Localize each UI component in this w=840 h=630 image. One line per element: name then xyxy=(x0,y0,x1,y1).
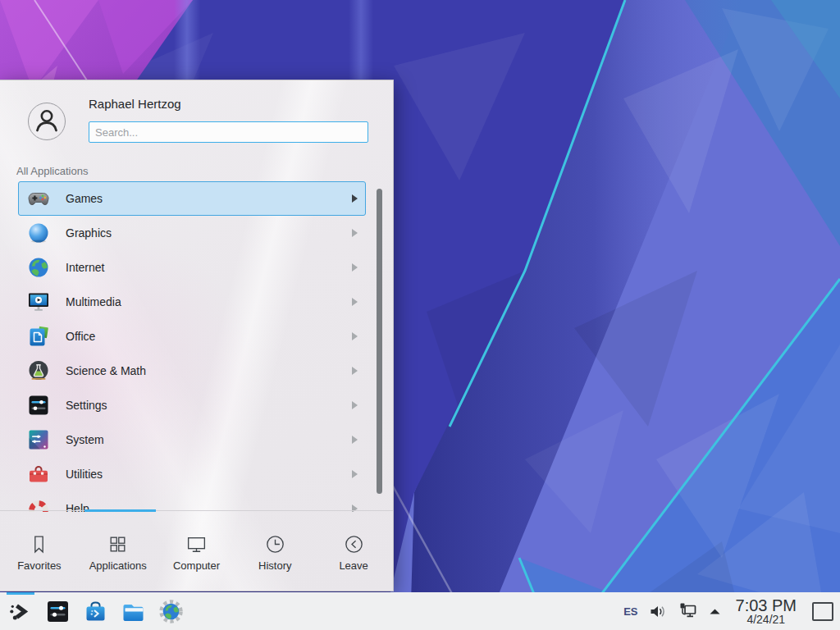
tab-label: Favorites xyxy=(17,559,61,572)
submenu-arrow-icon xyxy=(350,194,358,203)
taskbar-launchers xyxy=(0,599,184,624)
category-row-science-math[interactable]: Science & Math xyxy=(18,354,366,388)
category-row-office[interactable]: Office xyxy=(18,319,366,354)
search-input[interactable] xyxy=(89,121,368,143)
utilities-toolbox-icon xyxy=(27,463,50,486)
category-row-games[interactable]: Games xyxy=(18,181,366,216)
globe-icon xyxy=(27,256,50,279)
category-label: Settings xyxy=(66,399,350,412)
tab-label: Applications xyxy=(89,559,147,572)
tab-leave[interactable]: Leave xyxy=(314,511,393,591)
tab-applications[interactable]: Applications xyxy=(79,511,158,591)
category-label: Multimedia xyxy=(66,295,350,308)
category-row-internet[interactable]: Internet xyxy=(18,250,366,285)
settings-sliders-icon xyxy=(27,394,50,417)
submenu-arrow-icon xyxy=(350,331,358,341)
submenu-arrow-icon xyxy=(350,469,358,479)
leave-icon xyxy=(343,533,365,555)
category-row-settings[interactable]: Settings xyxy=(18,388,366,422)
submenu-arrow-icon xyxy=(350,297,358,307)
menu-header: Raphael Hertzog xyxy=(0,80,393,158)
science-flask-icon xyxy=(27,359,50,382)
menu-tab-bar: Favorites Applications Computer xyxy=(0,510,393,591)
taskbar: ES 7:03 PM 4/24/21 xyxy=(0,592,840,630)
desktop: Raphael Hertzog All Applications Games xyxy=(0,0,840,630)
submenu-arrow-icon xyxy=(350,435,358,445)
application-launcher-menu: Raphael Hertzog All Applications Games xyxy=(0,80,394,591)
submenu-arrow-icon xyxy=(350,228,358,238)
tab-label: History xyxy=(258,559,291,572)
category-row-help[interactable]: Help xyxy=(18,491,366,512)
system-sliders-icon xyxy=(27,428,50,451)
submenu-arrow-icon xyxy=(350,400,358,410)
category-label: Science & Math xyxy=(66,364,350,377)
keyboard-layout-indicator[interactable]: ES xyxy=(623,605,637,618)
digital-clock[interactable]: 7:03 PM 4/24/21 xyxy=(736,597,797,626)
category-label: Office xyxy=(66,330,350,343)
submenu-arrow-icon xyxy=(350,262,358,272)
bookmark-icon xyxy=(28,533,50,555)
office-documents-icon xyxy=(27,325,50,348)
category-label: Utilities xyxy=(66,468,350,481)
expand-tray-arrow-icon[interactable] xyxy=(708,605,722,619)
scrollbar-thumb[interactable] xyxy=(377,189,382,494)
category-row-multimedia[interactable]: Multimedia xyxy=(18,285,366,319)
user-name: Raphael Hertzog xyxy=(89,97,181,111)
category-row-system[interactable]: System xyxy=(18,422,366,457)
monitor-icon xyxy=(185,533,208,555)
section-label: All Applications xyxy=(16,165,88,177)
gamepad-icon xyxy=(27,187,50,210)
category-label: Internet xyxy=(66,261,350,274)
category-label: System xyxy=(66,433,350,446)
web-browser-icon[interactable] xyxy=(158,599,184,624)
tab-label: Computer xyxy=(173,559,220,572)
clock-time: 7:03 PM xyxy=(736,597,797,614)
clock-icon xyxy=(264,533,286,555)
tab-label: Leave xyxy=(339,559,368,572)
file-manager-icon[interactable] xyxy=(121,599,146,624)
system-tray: ES 7:03 PM 4/24/21 xyxy=(623,597,840,626)
grid-icon xyxy=(107,533,129,555)
clock-date: 4/24/21 xyxy=(736,614,797,625)
multimedia-screen-icon xyxy=(27,290,50,313)
show-desktop-button[interactable] xyxy=(812,602,833,621)
application-category-list: Games Graphics Internet xyxy=(0,181,377,512)
category-label: Graphics xyxy=(66,226,350,240)
discover-icon[interactable] xyxy=(83,599,108,624)
category-label: Games xyxy=(66,192,350,205)
category-row-utilities[interactable]: Utilities xyxy=(18,457,366,491)
launcher-active-indicator xyxy=(7,592,34,595)
volume-icon[interactable] xyxy=(649,602,668,621)
graphics-sphere-icon xyxy=(27,221,50,244)
system-settings-icon[interactable] xyxy=(45,599,71,624)
active-tab-indicator xyxy=(84,509,156,512)
user-avatar-icon[interactable] xyxy=(28,103,66,140)
application-launcher-icon[interactable] xyxy=(7,599,33,624)
tab-computer[interactable]: Computer xyxy=(158,511,236,591)
tab-favorites[interactable]: Favorites xyxy=(0,511,79,591)
submenu-arrow-icon xyxy=(350,366,358,376)
tab-history[interactable]: History xyxy=(235,511,314,591)
wired-network-icon[interactable] xyxy=(678,602,697,621)
category-row-graphics[interactable]: Graphics xyxy=(18,216,366,250)
